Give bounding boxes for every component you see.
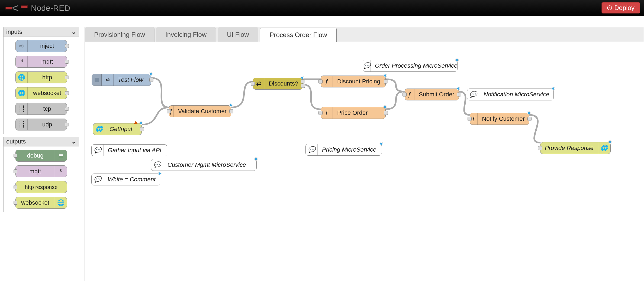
port-out[interactable] [457, 93, 461, 97]
status-dot-icon [255, 157, 258, 161]
palette-node-debug[interactable]: debug [15, 150, 67, 162]
palette-node-tcp[interactable]: ┊┊ tcp [15, 103, 67, 115]
port-out[interactable] [65, 91, 69, 95]
deploy-icon: ↑ [607, 5, 612, 10]
status-dot-icon [301, 76, 304, 79]
node-function-discount-pricing[interactable]: ƒ Discount Pricing [321, 76, 386, 87]
node-comment-cust-mgmt[interactable]: 💬 Customer Mgmt MicroService [151, 159, 257, 171]
port-out[interactable] [527, 117, 532, 121]
palette-section-outputs: outputs ⌄ debug mqtt ⁾⁾ http response we… [3, 137, 79, 212]
port-out[interactable] [65, 76, 69, 79]
palette-node-inject[interactable]: ➪ inject [15, 40, 67, 52]
comment-icon: 💬 [92, 174, 103, 185]
palette-node-websocket[interactable]: 🌐 websocket [15, 87, 67, 99]
port-out[interactable] [384, 80, 388, 84]
chevron-down-icon: ⌄ [71, 28, 76, 35]
node-inject-test-flow[interactable]: ➪ Test Flow [92, 74, 151, 86]
node-function-validate[interactable]: ƒ Validate Customer [169, 105, 231, 117]
app-title: Node-RED [31, 4, 70, 13]
port-in[interactable] [468, 117, 472, 121]
burger-icon [55, 150, 67, 161]
stream-icon: ┊┊ [16, 103, 28, 115]
port-out[interactable] [384, 111, 388, 115]
comment-icon: 💬 [363, 60, 371, 71]
node-function-notify-customer[interactable]: ƒ Notify Customer [470, 113, 529, 125]
comment-icon: 💬 [306, 144, 318, 155]
globe-icon: 🌐 [93, 123, 105, 135]
status-dot-icon [149, 72, 152, 76]
flow-tabs: Provisioning Flow Invoicing Flow UI Flow… [85, 27, 644, 42]
port-out[interactable] [149, 78, 153, 82]
port-out[interactable] [229, 109, 233, 113]
globe-icon: 🌐 [16, 72, 28, 83]
globe-icon: 🌐 [55, 197, 67, 208]
palette-node-websocket-out[interactable]: websocket 🌐 [15, 197, 67, 209]
deploy-label: Deploy [614, 4, 635, 12]
palette-node-http-response[interactable]: http response [15, 181, 67, 193]
port-in[interactable] [318, 111, 323, 115]
port-in[interactable] [167, 109, 171, 113]
port-in[interactable] [538, 146, 542, 150]
port-out[interactable] [301, 84, 305, 88]
node-comment-white[interactable]: 💬 White = Comment [91, 174, 160, 185]
stream-icon: ┊┊ [16, 119, 28, 130]
port-in[interactable] [14, 169, 17, 173]
palette-node-mqtt[interactable]: ⁾⁾ mqtt [15, 56, 67, 68]
palette-title: inputs [6, 28, 22, 35]
node-http-getinput[interactable]: 🌐 GetInput [93, 123, 142, 135]
comment-icon: 💬 [92, 145, 104, 156]
tab-provisioning[interactable]: Provisioning Flow [85, 27, 154, 42]
arrow-right-icon: ➪ [102, 74, 114, 86]
status-dot-icon [457, 87, 460, 90]
port-in[interactable] [318, 80, 323, 84]
port-out[interactable] [65, 123, 69, 126]
flow-editor: Provisioning Flow Invoicing Flow UI Flow… [85, 27, 644, 281]
globe-icon: 🌐 [16, 87, 28, 99]
port-in[interactable] [402, 93, 407, 97]
port-in[interactable] [14, 201, 17, 205]
chevron-down-icon: ⌄ [71, 138, 76, 145]
node-comment-pricing-micro[interactable]: 💬 Pricing MicroService [305, 144, 382, 156]
inject-button[interactable] [92, 74, 102, 86]
tab-ui[interactable]: UI Flow [218, 27, 258, 42]
globe-icon: 🌐 [598, 142, 610, 154]
node-function-submit-order[interactable]: ƒ Submit Order [405, 89, 459, 100]
status-dot-icon [229, 104, 232, 107]
status-dot-icon [608, 140, 612, 144]
tab-process-order[interactable]: Process Order Flow [260, 28, 336, 42]
port-out[interactable] [301, 79, 305, 83]
app-logo [5, 5, 28, 11]
status-dot-icon [552, 87, 555, 90]
port-in[interactable] [14, 185, 17, 189]
function-icon: ƒ [321, 107, 333, 119]
comment-icon: 💬 [467, 89, 479, 100]
node-comment-gather-input[interactable]: 💬 Gather Input via API [91, 144, 167, 156]
port-out[interactable] [140, 127, 144, 131]
palette-header-inputs[interactable]: inputs ⌄ [4, 27, 79, 37]
port-in[interactable] [251, 82, 255, 86]
app-header: Node-RED ↑ Deploy [0, 0, 644, 16]
palette-header-outputs[interactable]: outputs ⌄ [4, 137, 79, 146]
tab-invoicing[interactable]: Invoicing Flow [156, 27, 216, 42]
port-out[interactable] [65, 60, 69, 64]
node-function-price-order[interactable]: ƒ Price Order [321, 107, 386, 119]
port-in[interactable] [14, 154, 17, 158]
deploy-button[interactable]: ↑ Deploy [601, 2, 640, 14]
node-comment-order-processing[interactable]: 💬 Order Processing MicroService [363, 60, 458, 72]
node-comment-notif-micro[interactable]: 💬 Notification MicroService [467, 89, 554, 100]
node-http-response[interactable]: Provide Response 🌐 [540, 142, 611, 154]
palette-node-udp[interactable]: ┊┊ udp [15, 119, 67, 130]
function-icon: ƒ [321, 76, 333, 87]
node-switch-discounts[interactable]: ⇄ Discounts? [253, 78, 303, 90]
palette-node-mqtt-out[interactable]: mqtt ⁾⁾ [15, 165, 67, 177]
status-dot-icon [158, 172, 161, 175]
port-out[interactable] [65, 44, 69, 48]
flow-canvas[interactable]: 💬 Order Processing MicroService ➪ Test F… [85, 42, 644, 281]
palette-node-http[interactable]: 🌐 http [15, 71, 67, 83]
warning-icon [134, 121, 138, 124]
logo-block-icon [5, 7, 12, 9]
status-dot-icon [384, 74, 387, 77]
status-dot-icon [380, 142, 383, 145]
comment-icon: 💬 [151, 159, 163, 171]
port-out[interactable] [65, 107, 69, 111]
